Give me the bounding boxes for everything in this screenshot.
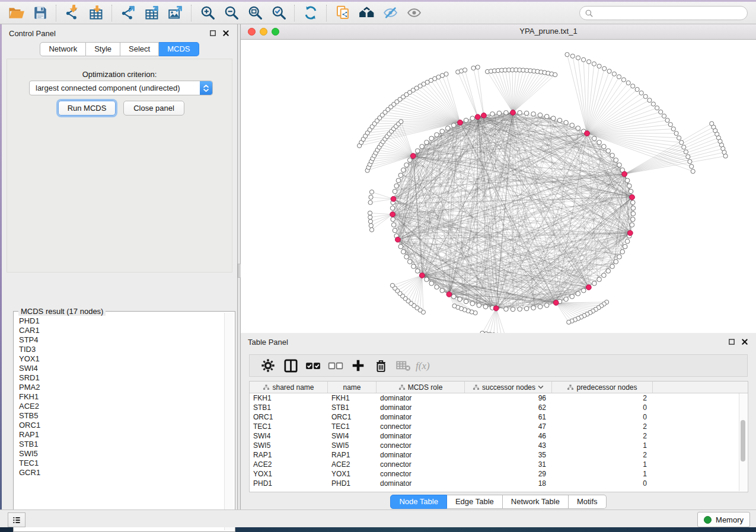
zoom-fit-button[interactable] <box>243 4 267 23</box>
cell-predecessor-nodes[interactable]: 0 <box>552 479 653 488</box>
save-session-button[interactable] <box>28 4 52 23</box>
network-window-titlebar[interactable]: YPA_prune.txt_1 <box>241 24 756 40</box>
cell-mcds-role[interactable]: connector <box>377 460 465 469</box>
mcds-result-item[interactable]: TEC1 <box>19 459 225 468</box>
cell-predecessor-nodes[interactable]: 2 <box>552 451 653 459</box>
cell-name[interactable]: SWI5 <box>328 441 377 450</box>
mcds-result-item[interactable]: FKH1 <box>19 392 225 402</box>
cell-mcds-role[interactable]: dominator <box>377 479 465 488</box>
mcds-result-item[interactable]: PMA2 <box>19 383 225 392</box>
cell-name[interactable]: PHD1 <box>328 479 377 488</box>
mcds-result-item[interactable]: GCR1 <box>19 468 225 477</box>
search-input[interactable] <box>596 8 747 18</box>
table-row[interactable]: FKH1 FKH1 dominator 96 2 <box>250 393 748 403</box>
table-row[interactable]: SWI4 SWI4 dominator 46 2 <box>250 431 748 441</box>
tab-network[interactable]: Network <box>40 42 86 56</box>
cell-predecessor-nodes[interactable]: 1 <box>552 441 653 450</box>
cell-mcds-role[interactable]: dominator <box>377 394 465 402</box>
table-row[interactable]: RAP1 RAP1 dominator 35 2 <box>250 450 748 460</box>
cell-name[interactable]: ACE2 <box>328 460 377 469</box>
cell-name[interactable]: ORC1 <box>328 413 377 421</box>
table-scrollbar[interactable] <box>739 393 747 491</box>
network-canvas[interactable] <box>241 40 756 333</box>
add-column-button[interactable] <box>347 357 369 374</box>
table-row[interactable]: ORC1 ORC1 dominator 61 0 <box>250 412 748 422</box>
show-columns-button[interactable] <box>279 357 302 374</box>
table-settings-button[interactable] <box>257 357 279 374</box>
cell-successor-nodes[interactable]: 46 <box>465 432 552 440</box>
export-network-button[interactable] <box>116 4 140 23</box>
run-mcds-button[interactable]: Run MCDS <box>58 101 116 116</box>
mcds-result-item[interactable]: CAR1 <box>19 326 225 335</box>
cell-shared-name[interactable]: TEC1 <box>250 422 328 431</box>
mcds-result-scrollbar[interactable] <box>224 313 234 530</box>
cell-name[interactable]: RAP1 <box>328 451 377 459</box>
mcds-result-item[interactable]: ORC1 <box>19 421 225 430</box>
column-header-name[interactable]: name <box>328 382 377 393</box>
cell-mcds-role[interactable]: connector <box>377 441 465 450</box>
cell-shared-name[interactable]: ORC1 <box>250 413 328 421</box>
mcds-result-item[interactable]: TID3 <box>19 345 225 354</box>
tab-motifs[interactable]: Motifs <box>569 495 607 509</box>
table-scrollbar-thumb[interactable] <box>741 420 745 462</box>
cell-shared-name[interactable]: RAP1 <box>250 451 328 459</box>
mcds-result-item[interactable]: SWI4 <box>19 364 225 373</box>
mcds-result-item[interactable]: STB5 <box>19 411 225 421</box>
import-network-button[interactable] <box>60 4 84 23</box>
criterion-dropdown[interactable]: largest connected component (undirected) <box>29 81 213 95</box>
cell-name[interactable]: FKH1 <box>328 394 377 402</box>
cell-shared-name[interactable]: ACE2 <box>250 460 328 469</box>
cell-successor-nodes[interactable]: 35 <box>465 451 552 459</box>
cell-mcds-role[interactable]: connector <box>377 422 465 431</box>
cell-predecessor-nodes[interactable]: 2 <box>552 394 653 402</box>
cell-mcds-role[interactable]: dominator <box>377 403 465 412</box>
cell-successor-nodes[interactable]: 96 <box>465 394 552 402</box>
float-panel-icon[interactable] <box>208 29 217 38</box>
cell-shared-name[interactable]: PHD1 <box>250 479 328 488</box>
mcds-result-list[interactable]: PHD1CAR1STP4TID3YOX1SWI4SRD1PMA2FKH1ACE2… <box>15 313 225 530</box>
cell-successor-nodes[interactable]: 62 <box>465 403 552 412</box>
mcds-result-item[interactable]: PHD1 <box>19 316 225 326</box>
cell-shared-name[interactable]: SWI5 <box>250 441 328 450</box>
mcds-result-item[interactable]: STB1 <box>19 440 225 449</box>
task-history-button[interactable] <box>8 512 25 527</box>
column-header-successor-nodes[interactable]: successor nodes <box>465 382 552 393</box>
mcds-result-item[interactable]: SRD1 <box>19 373 225 383</box>
node-table[interactable]: shared namenameMCDS rolesuccessor nodesp… <box>249 381 748 492</box>
export-table-button[interactable] <box>140 4 164 23</box>
float-table-panel-icon[interactable] <box>727 338 736 347</box>
first-neighbors-button[interactable] <box>355 4 378 23</box>
mcds-result-item[interactable]: ACE2 <box>19 402 225 411</box>
zoom-in-button[interactable] <box>196 4 219 23</box>
tab-mcds[interactable]: MCDS <box>159 42 199 56</box>
cell-successor-nodes[interactable]: 61 <box>465 413 552 421</box>
zoom-selected-button[interactable] <box>267 4 291 23</box>
cell-successor-nodes[interactable]: 31 <box>465 460 552 469</box>
tab-network-table[interactable]: Network Table <box>503 495 569 509</box>
export-image-button[interactable] <box>164 4 187 23</box>
cell-name[interactable]: YOX1 <box>328 470 377 478</box>
mcds-result-item[interactable]: YOX1 <box>19 354 225 364</box>
show-all-button[interactable] <box>402 4 426 23</box>
cell-predecessor-nodes[interactable]: 2 <box>552 432 653 440</box>
cell-mcds-role[interactable]: dominator <box>377 413 465 421</box>
table-row[interactable]: STB1 STB1 dominator 62 0 <box>250 403 748 412</box>
cell-mcds-role[interactable]: dominator <box>377 432 465 440</box>
table-row[interactable]: PHD1 PHD1 dominator 18 0 <box>250 479 748 488</box>
table-row[interactable]: YOX1 YOX1 connector 29 1 <box>250 469 748 479</box>
cell-name[interactable]: STB1 <box>328 403 377 412</box>
mcds-result-item[interactable]: STP4 <box>19 335 225 345</box>
cell-predecessor-nodes[interactable]: 1 <box>552 460 653 469</box>
column-header-predecessor-nodes[interactable]: predecessor nodes <box>552 382 653 393</box>
cell-predecessor-nodes[interactable]: 1 <box>552 470 653 478</box>
tab-edge-table[interactable]: Edge Table <box>447 495 503 509</box>
close-panel-button[interactable]: Close panel <box>123 101 184 116</box>
column-header-shared-name[interactable]: shared name <box>250 382 328 393</box>
tab-style[interactable]: Style <box>86 42 120 56</box>
refresh-view-button[interactable] <box>299 4 323 23</box>
window-maximize-icon[interactable] <box>272 28 279 36</box>
cell-predecessor-nodes[interactable]: 0 <box>552 413 653 421</box>
zoom-out-button[interactable] <box>219 4 243 23</box>
tab-node-table[interactable]: Node Table <box>390 495 447 509</box>
cell-successor-nodes[interactable]: 47 <box>465 422 552 431</box>
